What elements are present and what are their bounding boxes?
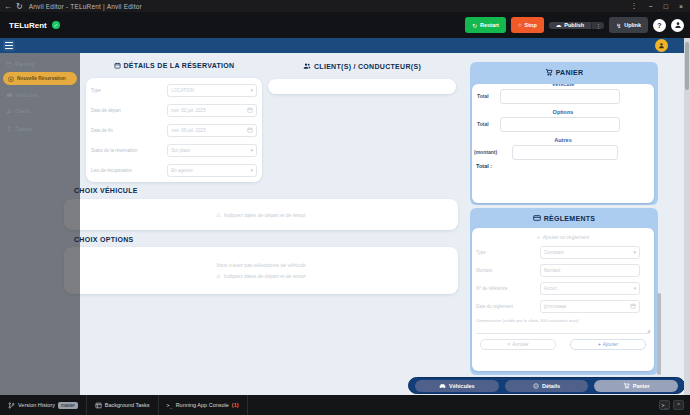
reglement-comment-label: Commentaire (visible par le client, 500 … — [476, 318, 654, 323]
vehicule-empty-card: ⚠ Indiquez dates de départ et de retour — [64, 199, 458, 230]
reglement-row-label: N° de référence — [476, 286, 540, 291]
reglements-header: RÈGLEMENTS — [470, 208, 658, 228]
reglement-row-label: Date du règlement — [476, 304, 540, 309]
options-empty-message-1: Vous n'avez pas sélectionné de véhicule — [216, 262, 306, 268]
nav-panier-button[interactable]: Panier — [594, 380, 678, 392]
reglement-reference-select[interactable]: Aucun▾ — [540, 282, 640, 295]
reglement-row-label: Montant — [476, 268, 540, 273]
person-icon — [658, 42, 665, 49]
calendar-plus-icon — [8, 76, 14, 82]
background-tasks-button[interactable]: Background Tasks — [87, 395, 159, 415]
tasks-icon — [95, 402, 102, 409]
console-toggle-button[interactable]: >_ — [659, 400, 670, 410]
panier-header: PANIER — [470, 62, 658, 82]
window-menu-icon[interactable]: ⋮ — [631, 2, 638, 10]
options-empty-message-2: ⚠ Indiquez dates de départ et de retour — [216, 273, 306, 279]
chevron-down-icon: ▾ — [633, 249, 636, 255]
back-icon[interactable]: ← — [4, 2, 12, 11]
reglement-type-select[interactable]: Comptant▾ — [540, 246, 640, 259]
sidebar-item-planning[interactable]: Planning — [0, 58, 80, 70]
people-icon — [303, 62, 311, 70]
chevron-down-icon: ▾ — [250, 147, 253, 153]
reglement-cancel-button[interactable]: × Annuler — [480, 339, 556, 350]
sidebar-menu: Planning Nouvelle Réservation Véhicules … — [0, 53, 80, 135]
info-icon — [533, 383, 539, 389]
version-history-button[interactable]: Version History master — [0, 395, 87, 415]
maximize-icon[interactable]: □ — [664, 3, 668, 10]
nav-details-button[interactable]: Détails — [505, 380, 589, 392]
help-button[interactable]: ? — [653, 19, 666, 32]
plus-icon: + — [537, 234, 540, 240]
reglement-date-input[interactable]: jj/mm/aaaa — [540, 300, 640, 313]
field-label: Lieu de récupération — [91, 168, 167, 173]
publish-button[interactable]: ☁ Publish — [549, 22, 591, 29]
app-user-button[interactable] — [655, 39, 668, 52]
reglement-montant-input[interactable]: Montant — [540, 264, 640, 277]
terminal-icon: >_ — [167, 402, 173, 408]
people-icon — [6, 108, 12, 114]
editor-statusbar: Version History master Background Tasks … — [0, 395, 690, 415]
panier-vehicule-total-input[interactable] — [500, 89, 620, 104]
reglement-add-button[interactable]: + Ajouter — [570, 339, 646, 350]
os-titlebar: ← ↻ Anvil Editor - TELuRent | Anvil Edit… — [0, 0, 690, 12]
scrollbar-thumb[interactable] — [685, 42, 689, 90]
field-label: Statut de la réservation — [91, 148, 167, 153]
uplink-button[interactable]: ↯ Uplink — [609, 17, 648, 33]
panier-autres-input[interactable] — [512, 145, 618, 160]
sidebar-item-vehicules[interactable]: Véhicules — [0, 89, 80, 101]
end-date-input[interactable]: mer. 09 juil. 2025 — [167, 124, 257, 137]
resize-handle[interactable]: ◢ — [647, 328, 650, 333]
field-label: Type — [91, 88, 167, 93]
calendar-icon — [114, 62, 121, 69]
editor-toolbar: TELuRent ✓ ↻ Restart ○ Stop ☁ Publish ⋮ … — [0, 12, 690, 38]
vehicule-empty-message: ⚠ Indiquez dates de départ et de retour — [216, 212, 306, 218]
restart-button[interactable]: ↻ Restart — [465, 17, 506, 33]
panel-scrollbar[interactable] — [657, 293, 661, 375]
sidebar-item-options[interactable]: Options — [0, 123, 80, 135]
reservation-type-select[interactable]: LOCATION▾ — [167, 84, 257, 97]
reglements-card: + Ajouter un règlement Type Comptant▾ Mo… — [472, 228, 654, 371]
panier-autres-label: (montant) — [474, 149, 497, 155]
field-label: Date de fin — [91, 128, 167, 133]
panier-options-total-input[interactable] — [500, 117, 620, 132]
reglement-comment-textarea[interactable]: ◢ — [476, 325, 650, 334]
warning-icon: ⚠ — [216, 212, 220, 218]
sidebar-item-clients[interactable]: Clients — [0, 105, 80, 117]
sidebar-item-nouvelle-reservation[interactable]: Nouvelle Réservation — [3, 72, 77, 85]
publish-split-button: ☁ Publish ⋮ — [549, 22, 604, 29]
app-name: TELuRent — [9, 21, 47, 30]
cart-icon — [545, 68, 553, 76]
close-icon[interactable]: × — [679, 3, 683, 10]
choix-options-header: CHOIX OPTIONS — [74, 236, 134, 243]
bottom-nav: Véhicules Détails Panier — [408, 377, 685, 394]
running-app-console-button[interactable]: >_ Running App Console (1) — [159, 395, 248, 415]
add-reglement-button[interactable]: + Ajouter un règlement — [472, 234, 654, 240]
credit-card-icon — [533, 214, 541, 222]
minimize-icon[interactable]: − — [649, 3, 653, 10]
start-date-input[interactable]: mer. 02 juil. 2025 — [167, 104, 257, 117]
nav-vehicules-button[interactable]: Véhicules — [415, 380, 499, 392]
stop-button[interactable]: ○ Stop — [511, 17, 544, 33]
stop-icon: ○ — [518, 22, 522, 28]
chevron-down-icon: ▾ — [250, 87, 253, 93]
client-search-input[interactable] — [268, 79, 456, 94]
pickup-select[interactable]: En agence▾ — [167, 164, 257, 177]
expand-panel-button[interactable]: ^ — [673, 400, 684, 410]
status-select[interactable]: Sur place▾ — [167, 144, 257, 157]
reload-icon[interactable]: ↻ — [16, 2, 23, 11]
verified-check-icon: ✓ — [52, 21, 60, 29]
account-button[interactable] — [671, 19, 684, 32]
hamburger-menu-button[interactable] — [3, 40, 15, 51]
git-branch-icon — [8, 402, 15, 409]
uplink-icon: ↯ — [616, 22, 621, 29]
car-icon — [6, 92, 13, 98]
app-scrollbar[interactable] — [684, 38, 690, 395]
publish-more-button[interactable]: ⋮ — [591, 22, 604, 29]
panier-card: Véhicule Total Options Total Autres (mon… — [472, 84, 654, 203]
chevron-down-icon: ▾ — [633, 285, 636, 291]
options-empty-card: Vous n'avez pas sélectionné de véhicule … — [64, 247, 458, 294]
sidebar-backdrop[interactable]: Planning Nouvelle Réservation Véhicules … — [0, 53, 80, 395]
panier-total-footer: Total : — [476, 163, 654, 169]
sliders-icon — [6, 126, 12, 132]
panier-options-total-label: Total — [477, 121, 489, 127]
